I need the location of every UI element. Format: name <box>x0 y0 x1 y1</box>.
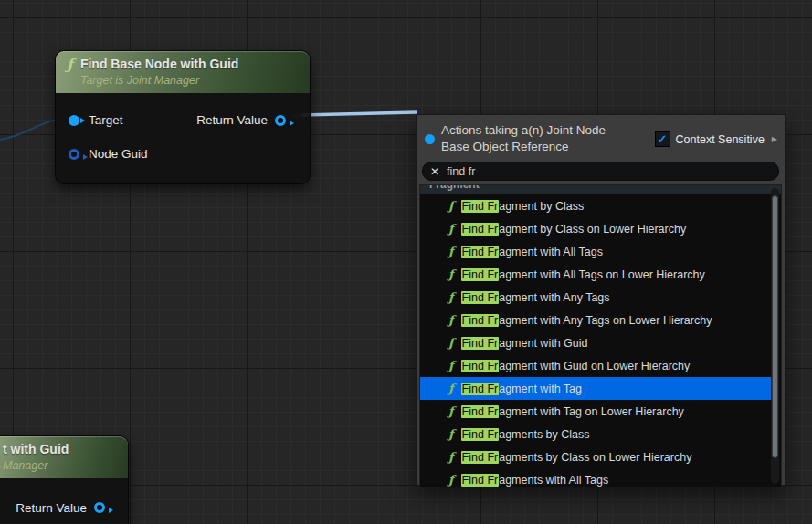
action-search-input[interactable]: ✕ find fr <box>422 162 779 181</box>
action-label: Find Fragment with Guid <box>461 337 588 350</box>
action-label: Find Fragments by Class on Lower Hierarc… <box>461 451 692 464</box>
action-list-item[interactable]: ƒFind Fragments by Class <box>420 423 775 445</box>
function-icon: ƒ <box>448 450 454 464</box>
checkmark-icon: ✓ <box>658 132 668 146</box>
action-menu-title-line1: Actions taking a(n) Joint Node <box>441 122 655 139</box>
context-sensitive-checkbox[interactable]: ✓ <box>655 131 670 147</box>
action-list-item[interactable]: ƒFind Fragment by Class on Lower Hierarc… <box>420 217 775 240</box>
action-list-item[interactable]: ƒFind Fragment with All Tags on Lower Hi… <box>420 263 775 286</box>
search-match-highlight: Find Fr <box>461 200 500 213</box>
function-icon: ƒ <box>448 473 454 487</box>
search-match-highlight: Find Fr <box>461 223 500 236</box>
category-label: Fragment <box>429 185 781 191</box>
action-list-item[interactable]: ƒFind Fragment by Class <box>420 194 775 217</box>
return-value-pin-label: Return Value <box>16 501 87 515</box>
action-label: Find Fragment with All Tags on Lower Hie… <box>461 268 705 281</box>
function-icon: ƒ <box>448 199 454 213</box>
action-rows: ƒFind Fragment by ClassƒFind Fragment by… <box>420 194 781 487</box>
node-partial-with-guid[interactable]: t with Guid Manager Return Value <box>0 435 129 524</box>
search-match-highlight: Find Fr <box>461 383 500 395</box>
action-list-item[interactable]: ƒFind Fragment with Tag <box>420 377 775 400</box>
search-match-highlight: Find Fr <box>461 360 500 372</box>
action-label: Find Fragments by Class <box>461 428 590 441</box>
function-icon: ƒ <box>448 359 454 372</box>
search-match-highlight: Find Fr <box>461 451 500 464</box>
node-body: Target Return Value Node Guid <box>56 93 310 183</box>
function-icon: ƒ <box>67 56 73 74</box>
action-label: Find Fragment by Class on Lower Hierarch… <box>461 223 687 236</box>
node-subtitle: Target is Joint Manager <box>80 73 238 88</box>
search-match-highlight: Find Fr <box>461 268 500 281</box>
action-label: Find Fragment with Tag <box>461 383 582 395</box>
action-label: Find Fragment with Guid on Lower Hierarc… <box>461 360 691 372</box>
action-list-item[interactable]: ƒFind Fragment with Any Tags <box>420 286 775 309</box>
action-list-item[interactable]: ƒFind Fragments with All Tags <box>420 468 775 487</box>
target-pin[interactable] <box>69 115 79 126</box>
category-header-partial[interactable]: Fragment <box>420 185 781 194</box>
search-query-text: find fr <box>447 165 475 178</box>
action-list-item[interactable]: ƒFind Fragment with Guid <box>420 331 775 354</box>
blueprint-action-menu: Actions taking a(n) Joint Node Base Obje… <box>416 114 786 486</box>
function-icon: ƒ <box>448 222 454 236</box>
return-value-pin-label: Return Value <box>196 113 268 127</box>
node-guid-pin-label: Node Guid <box>89 147 148 161</box>
search-match-highlight: Find Fr <box>461 314 500 327</box>
search-match-highlight: Find Fr <box>461 474 500 487</box>
action-label: Find Fragment with All Tags <box>461 246 603 258</box>
function-icon: ƒ <box>448 336 454 350</box>
action-list-item[interactable]: ƒFind Fragments by Class on Lower Hierar… <box>420 445 775 468</box>
action-label: Find Fragment with Tag on Lower Hierarch… <box>461 405 684 418</box>
search-match-highlight: Find Fr <box>461 428 500 441</box>
action-list-item[interactable]: ƒFind Fragment with Any Tags on Lower Hi… <box>420 309 775 331</box>
search-match-highlight: Find Fr <box>461 291 500 304</box>
blueprint-graph-canvas[interactable]: ƒ Find Base Node with Guid Target is Joi… <box>0 0 812 524</box>
return-value-pin[interactable] <box>275 115 286 126</box>
action-label: Find Fragment with Any Tags <box>461 291 610 304</box>
action-menu-header: Actions taking a(n) Joint Node Base Obje… <box>417 115 785 161</box>
clear-search-icon[interactable]: ✕ <box>430 166 439 177</box>
function-icon: ƒ <box>448 290 454 304</box>
action-menu-title-line2: Base Object Reference <box>441 139 655 155</box>
node-header: ƒ Find Base Node with Guid Target is Joi… <box>56 51 310 93</box>
action-list-item[interactable]: ƒFind Fragment with Tag on Lower Hierarc… <box>420 400 775 423</box>
function-icon: ƒ <box>448 245 454 258</box>
action-list-item[interactable]: ƒFind Fragment with Guid on Lower Hierar… <box>420 354 775 377</box>
search-match-highlight: Find Fr <box>461 337 500 350</box>
context-sensitive-label: Context Sensitive <box>676 133 765 146</box>
wire-return-to-popup <box>301 112 417 115</box>
function-icon: ƒ <box>448 427 454 441</box>
return-value-pin[interactable] <box>94 502 105 513</box>
node-find-base-node-with-guid[interactable]: ƒ Find Base Node with Guid Target is Joi… <box>55 50 311 184</box>
node-header: t with Guid Manager <box>0 436 128 478</box>
function-icon: ƒ <box>448 313 454 327</box>
action-label: Find Fragment by Class <box>461 200 585 213</box>
search-match-highlight: Find Fr <box>461 246 500 258</box>
scrollbar-thumb[interactable] <box>772 195 778 458</box>
function-icon: ƒ <box>448 404 454 418</box>
node-guid-pin[interactable] <box>69 149 79 160</box>
pin-type-dot-icon <box>425 134 435 144</box>
node-title: t with Guid <box>3 441 69 458</box>
expand-arrow-icon[interactable]: ▶ <box>772 135 777 143</box>
target-pin-label: Target <box>89 113 123 127</box>
action-list[interactable]: Fragment ƒFind Fragment by ClassƒFind Fr… <box>419 184 782 487</box>
action-list-item[interactable]: ƒFind Fragment with All Tags <box>420 240 775 263</box>
scrollbar-track[interactable] <box>771 188 779 484</box>
node-title: Find Base Node with Guid <box>80 56 238 73</box>
action-label: Find Fragment with Any Tags on Lower Hie… <box>461 314 712 327</box>
function-icon: ƒ <box>448 382 454 395</box>
action-label: Find Fragments with All Tags <box>461 474 609 487</box>
node-body: Return Value <box>0 478 128 524</box>
search-match-highlight: Find Fr <box>461 405 500 418</box>
function-icon: ƒ <box>448 267 454 281</box>
action-menu-title: Actions taking a(n) Joint Node Base Obje… <box>441 122 655 155</box>
node-subtitle: Manager <box>3 458 69 473</box>
